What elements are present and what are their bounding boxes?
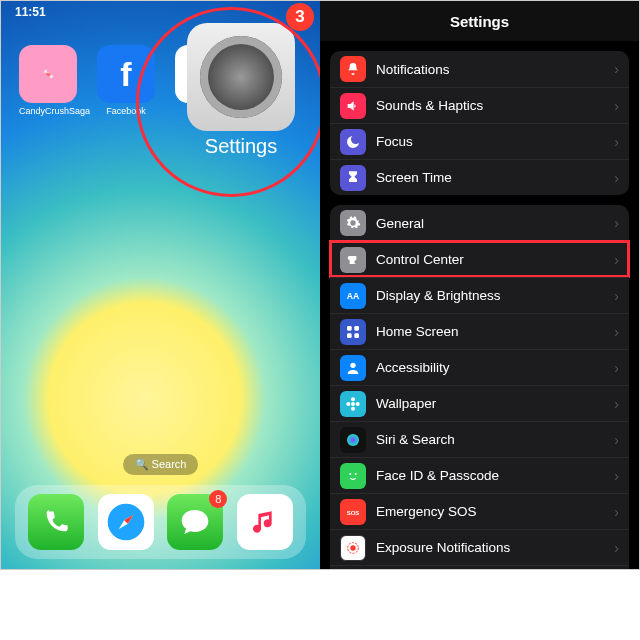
settings-groups: Notifications›Sounds & Haptics›Focus›Scr… <box>320 51 639 569</box>
switches-icon <box>340 247 366 273</box>
chevron-right-icon: › <box>614 504 619 520</box>
chevron-right-icon: › <box>614 252 619 268</box>
settings-row-general[interactable]: General› <box>330 205 629 241</box>
svg-point-8 <box>350 362 355 367</box>
svg-point-11 <box>351 406 355 410</box>
faceid-icon <box>340 463 366 489</box>
settings-row-exposure-notifications[interactable]: Exposure Notifications› <box>330 529 629 565</box>
app-label: Settings <box>184 135 298 158</box>
chevron-right-icon: › <box>614 288 619 304</box>
row-label: Siri & Search <box>376 432 455 447</box>
svg-rect-6 <box>347 333 352 338</box>
chevron-right-icon: › <box>614 432 619 448</box>
settings-header: Settings <box>320 1 639 41</box>
music-icon <box>237 494 293 550</box>
settings-group: General›Control Center›AADisplay & Brigh… <box>330 205 629 569</box>
settings-screen: Settings Notifications›Sounds & Haptics›… <box>320 1 639 569</box>
app-label: CandyCrushSaga <box>19 106 77 116</box>
row-label: Display & Brightness <box>376 288 501 303</box>
home-search-pill[interactable]: 🔍 Search <box>123 454 199 475</box>
settings-row-screen-time[interactable]: Screen Time› <box>330 159 629 195</box>
facebook-icon: f <box>97 45 155 103</box>
callout-step-badge: 3 <box>286 3 314 31</box>
status-time: 11:51 <box>15 5 46 19</box>
settings-row-notifications[interactable]: Notifications› <box>330 51 629 87</box>
aa-icon: AA <box>340 283 366 309</box>
moon-icon <box>340 129 366 155</box>
row-label: Exposure Notifications <box>376 540 510 555</box>
chevron-right-icon: › <box>614 396 619 412</box>
chevron-right-icon: › <box>614 61 619 77</box>
app-facebook[interactable]: f Facebook <box>97 45 155 116</box>
row-label: Emergency SOS <box>376 504 477 519</box>
safari-icon <box>98 494 154 550</box>
row-label: Control Center <box>376 252 464 267</box>
row-label: Focus <box>376 134 413 149</box>
row-label: Wallpaper <box>376 396 436 411</box>
settings-row-sounds-haptics[interactable]: Sounds & Haptics› <box>330 87 629 123</box>
svg-point-10 <box>351 397 355 401</box>
svg-point-12 <box>346 402 350 406</box>
row-label: General <box>376 216 424 231</box>
bell-icon <box>340 56 366 82</box>
svg-point-14 <box>347 434 359 446</box>
settings-title: Settings <box>450 13 509 30</box>
person-icon <box>340 355 366 381</box>
candy-icon: 🍬 <box>19 45 77 103</box>
siri-icon <box>340 427 366 453</box>
svg-point-15 <box>349 473 351 475</box>
settings-row-battery[interactable]: Battery› <box>330 565 629 569</box>
svg-text:SOS: SOS <box>347 509 360 515</box>
chevron-right-icon: › <box>614 468 619 484</box>
dock-messages[interactable]: 8 <box>167 494 223 550</box>
svg-text:AA: AA <box>347 291 360 301</box>
status-bar: 11:51 <box>1 1 320 25</box>
settings-row-siri-search[interactable]: Siri & Search› <box>330 421 629 457</box>
row-label: Accessibility <box>376 360 450 375</box>
svg-point-18 <box>350 545 355 550</box>
search-label: Search <box>152 458 187 470</box>
chevron-right-icon: › <box>614 170 619 186</box>
chevron-right-icon: › <box>614 324 619 340</box>
svg-rect-4 <box>347 326 352 331</box>
settings-row-focus[interactable]: Focus› <box>330 123 629 159</box>
messages-badge: 8 <box>209 490 227 508</box>
settings-row-accessibility[interactable]: Accessibility› <box>330 349 629 385</box>
home-screen: 11:51 🍬 CandyCrushSaga f Facebook F Sett… <box>1 1 320 569</box>
speaker-icon <box>340 93 366 119</box>
svg-point-16 <box>355 473 357 475</box>
sos-icon: SOS <box>340 499 366 525</box>
row-label: Home Screen <box>376 324 459 339</box>
dock: 8 <box>15 485 306 559</box>
settings-row-home-screen[interactable]: Home Screen› <box>330 313 629 349</box>
gear-icon <box>340 210 366 236</box>
dock-music[interactable] <box>237 494 293 550</box>
row-label: Sounds & Haptics <box>376 98 483 113</box>
row-label: Notifications <box>376 62 450 77</box>
exposure-icon <box>340 535 366 561</box>
chevron-right-icon: › <box>614 215 619 231</box>
row-label: Face ID & Passcode <box>376 468 499 483</box>
row-label: Screen Time <box>376 170 452 185</box>
chevron-right-icon: › <box>614 98 619 114</box>
app-settings[interactable]: Settings <box>184 23 298 158</box>
settings-row-face-id-passcode[interactable]: Face ID & Passcode› <box>330 457 629 493</box>
svg-rect-5 <box>354 326 359 331</box>
svg-point-9 <box>351 402 355 406</box>
settings-group: Notifications›Sounds & Haptics›Focus›Scr… <box>330 51 629 195</box>
settings-row-control-center[interactable]: Control Center› <box>330 241 629 277</box>
settings-row-emergency-sos[interactable]: SOSEmergency SOS› <box>330 493 629 529</box>
chevron-right-icon: › <box>614 134 619 150</box>
flower-icon <box>340 391 366 417</box>
settings-row-wallpaper[interactable]: Wallpaper› <box>330 385 629 421</box>
svg-rect-7 <box>354 333 359 338</box>
grid-icon <box>340 319 366 345</box>
settings-icon <box>187 23 295 131</box>
phone-icon <box>28 494 84 550</box>
dock-phone[interactable] <box>28 494 84 550</box>
chevron-right-icon: › <box>614 540 619 556</box>
app-candy-crush[interactable]: 🍬 CandyCrushSaga <box>19 45 77 116</box>
chevron-right-icon: › <box>614 360 619 376</box>
settings-row-display-brightness[interactable]: AADisplay & Brightness› <box>330 277 629 313</box>
dock-safari[interactable] <box>98 494 154 550</box>
